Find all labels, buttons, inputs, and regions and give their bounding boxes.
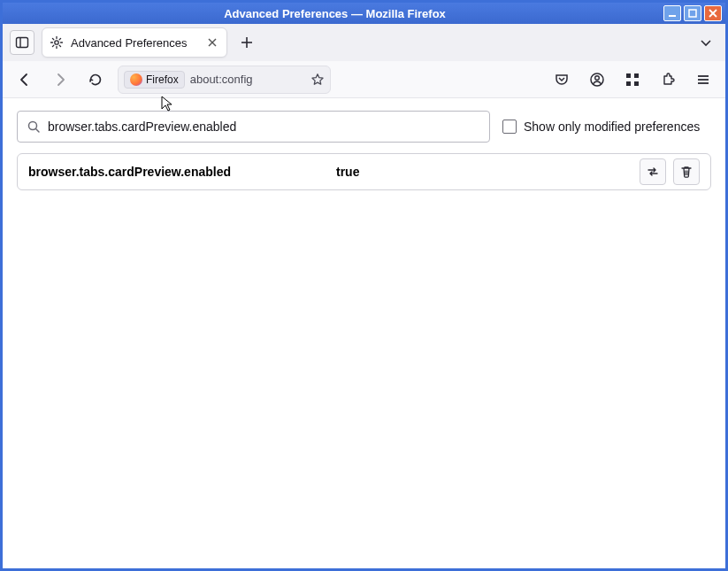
svg-point-6 bbox=[55, 41, 58, 44]
tab-label: Advanced Preferences bbox=[71, 36, 198, 50]
tab-strip: Advanced Preferences bbox=[3, 24, 725, 61]
svg-rect-16 bbox=[634, 81, 639, 86]
svg-rect-13 bbox=[626, 73, 631, 78]
reload-button[interactable] bbox=[82, 66, 109, 93]
window-title: Advanced Preferences — Mozilla Firefox bbox=[6, 7, 663, 20]
preference-name: browser.tabs.cardPreview.enabled bbox=[28, 165, 329, 179]
preference-search-input[interactable]: browser.tabs.cardPreview.enabled bbox=[17, 111, 490, 143]
delete-button[interactable] bbox=[673, 158, 700, 185]
sidebar-toggle-button[interactable] bbox=[10, 30, 34, 55]
search-icon bbox=[27, 120, 41, 134]
new-tab-button[interactable] bbox=[234, 30, 259, 55]
svg-rect-1 bbox=[689, 10, 696, 17]
window-frame: Advanced Preferences — Mozilla Firefox A… bbox=[0, 0, 728, 571]
url-bar[interactable]: Firefox about:config bbox=[118, 66, 331, 94]
search-row: browser.tabs.cardPreview.enabled Show on… bbox=[17, 111, 711, 143]
forward-button[interactable] bbox=[47, 66, 73, 93]
url-text: about:config bbox=[190, 73, 253, 86]
checkbox-label: Show only modified preferences bbox=[524, 120, 700, 134]
window-controls bbox=[663, 5, 722, 21]
search-value: browser.tabs.cardPreview.enabled bbox=[48, 120, 236, 134]
show-modified-checkbox[interactable]: Show only modified preferences bbox=[502, 120, 700, 134]
back-button[interactable] bbox=[11, 66, 38, 93]
menu-button[interactable] bbox=[690, 66, 717, 93]
checkbox-icon bbox=[502, 120, 517, 134]
bookmark-star-icon[interactable] bbox=[310, 73, 325, 87]
pocket-button[interactable] bbox=[548, 66, 575, 93]
svg-line-21 bbox=[36, 129, 40, 133]
preference-row[interactable]: browser.tabs.cardPreview.enabled true bbox=[17, 153, 711, 190]
preference-value: true bbox=[336, 165, 632, 179]
titlebar: Advanced Preferences — Mozilla Firefox bbox=[3, 3, 725, 24]
firefox-logo-icon bbox=[130, 73, 142, 86]
about-config-content: browser.tabs.cardPreview.enabled Show on… bbox=[3, 98, 725, 568]
gear-icon bbox=[50, 35, 64, 50]
close-button[interactable] bbox=[704, 5, 722, 21]
maximize-button[interactable] bbox=[684, 5, 701, 21]
badge-label: Firefox bbox=[146, 73, 179, 86]
firefox-badge: Firefox bbox=[124, 71, 185, 89]
svg-rect-14 bbox=[634, 73, 639, 78]
toggle-button[interactable] bbox=[640, 158, 666, 185]
tab-advanced-preferences[interactable]: Advanced Preferences bbox=[42, 27, 227, 58]
apps-button[interactable] bbox=[619, 66, 646, 93]
svg-rect-15 bbox=[626, 81, 631, 86]
extensions-button[interactable] bbox=[655, 66, 681, 93]
list-all-tabs-button[interactable] bbox=[694, 30, 718, 55]
nav-toolbar: Firefox about:config bbox=[3, 61, 725, 98]
svg-rect-4 bbox=[17, 38, 28, 48]
minimize-button[interactable] bbox=[663, 5, 681, 21]
svg-point-12 bbox=[595, 75, 600, 80]
tab-close-icon[interactable] bbox=[205, 35, 219, 50]
account-button[interactable] bbox=[584, 66, 610, 93]
